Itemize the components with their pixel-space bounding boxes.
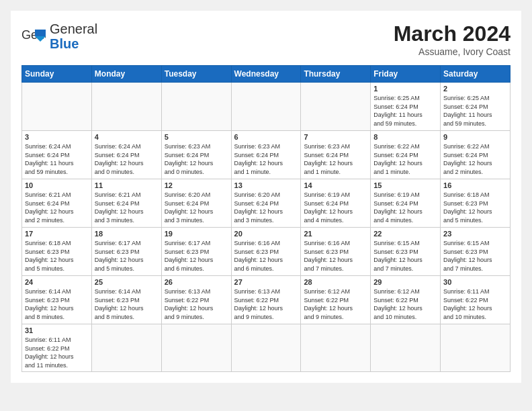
header: General General Blue March 2024 Assuame,… [21, 21, 511, 57]
col-header-sunday: Sunday [22, 66, 92, 83]
day-info: Sunrise: 6:20 AM Sunset: 6:24 PM Dayligh… [165, 191, 228, 224]
day-cell: 15Sunrise: 6:19 AM Sunset: 6:24 PM Dayli… [371, 179, 441, 228]
day-number: 5 [165, 133, 228, 141]
day-info: Sunrise: 6:11 AM Sunset: 6:22 PM Dayligh… [443, 287, 507, 321]
day-cell [301, 83, 371, 131]
day-cell: 18Sunrise: 6:17 AM Sunset: 6:23 PM Dayli… [91, 228, 161, 276]
month-year: March 2024 [394, 21, 511, 46]
day-info: Sunrise: 6:24 AM Sunset: 6:24 PM Dayligh… [95, 142, 159, 176]
day-number: 27 [234, 278, 298, 286]
day-cell: 6Sunrise: 6:23 AM Sunset: 6:24 PM Daylig… [231, 131, 301, 179]
day-cell [91, 324, 161, 372]
day-number: 3 [25, 133, 89, 141]
day-number: 17 [25, 230, 89, 238]
day-cell: 11Sunrise: 6:21 AM Sunset: 6:24 PM Dayli… [91, 179, 161, 228]
title-block: March 2024 Assuame, Ivory Coast [394, 21, 511, 57]
day-cell: 17Sunrise: 6:18 AM Sunset: 6:23 PM Dayli… [22, 228, 92, 276]
day-cell [441, 324, 511, 372]
day-info: Sunrise: 6:18 AM Sunset: 6:23 PM Dayligh… [443, 191, 507, 224]
day-info: Sunrise: 6:23 AM Sunset: 6:24 PM Dayligh… [234, 142, 298, 176]
day-info: Sunrise: 6:21 AM Sunset: 6:24 PM Dayligh… [25, 191, 89, 224]
day-cell: 29Sunrise: 6:12 AM Sunset: 6:22 PM Dayli… [371, 276, 441, 324]
day-number: 6 [234, 133, 298, 141]
day-info: Sunrise: 6:14 AM Sunset: 6:23 PM Dayligh… [25, 287, 89, 321]
day-number: 29 [373, 278, 437, 286]
day-number: 23 [443, 230, 507, 238]
day-number: 2 [443, 85, 507, 93]
day-cell: 3Sunrise: 6:24 AM Sunset: 6:24 PM Daylig… [22, 131, 92, 179]
day-number: 13 [234, 181, 298, 189]
day-number: 26 [165, 278, 228, 286]
day-cell: 31Sunrise: 6:11 AM Sunset: 6:22 PM Dayli… [22, 324, 92, 372]
header-row: SundayMondayTuesdayWednesdayThursdayFrid… [22, 66, 511, 83]
day-cell: 1Sunrise: 6:25 AM Sunset: 6:24 PM Daylig… [371, 83, 441, 131]
day-cell: 26Sunrise: 6:13 AM Sunset: 6:22 PM Dayli… [161, 276, 231, 324]
location: Assuame, Ivory Coast [394, 46, 511, 57]
day-cell [371, 324, 441, 372]
day-info: Sunrise: 6:18 AM Sunset: 6:23 PM Dayligh… [25, 239, 89, 273]
day-cell: 16Sunrise: 6:18 AM Sunset: 6:23 PM Dayli… [441, 179, 511, 228]
day-number: 16 [443, 181, 507, 189]
day-info: Sunrise: 6:12 AM Sunset: 6:22 PM Dayligh… [373, 287, 437, 321]
day-number: 1 [373, 85, 437, 93]
day-number: 20 [234, 230, 298, 238]
week-row-0: 1Sunrise: 6:25 AM Sunset: 6:24 PM Daylig… [22, 83, 511, 131]
day-info: Sunrise: 6:23 AM Sunset: 6:24 PM Dayligh… [165, 142, 228, 176]
day-number: 4 [95, 133, 159, 141]
week-row-2: 10Sunrise: 6:21 AM Sunset: 6:24 PM Dayli… [22, 179, 511, 228]
day-info: Sunrise: 6:22 AM Sunset: 6:24 PM Dayligh… [443, 142, 507, 176]
day-number: 18 [95, 230, 159, 238]
calendar: SundayMondayTuesdayWednesdayThursdayFrid… [21, 65, 511, 372]
logo-general: General [50, 21, 97, 36]
week-row-3: 17Sunrise: 6:18 AM Sunset: 6:23 PM Dayli… [22, 228, 511, 276]
day-number: 21 [304, 230, 367, 238]
day-cell: 7Sunrise: 6:23 AM Sunset: 6:24 PM Daylig… [301, 131, 371, 179]
day-number: 25 [95, 278, 159, 286]
day-number: 19 [165, 230, 228, 238]
week-row-5: 31Sunrise: 6:11 AM Sunset: 6:22 PM Dayli… [22, 324, 511, 372]
logo-blue: Blue [50, 36, 97, 51]
day-info: Sunrise: 6:17 AM Sunset: 6:23 PM Dayligh… [95, 239, 159, 273]
day-cell: 30Sunrise: 6:11 AM Sunset: 6:22 PM Dayli… [441, 276, 511, 324]
day-info: Sunrise: 6:15 AM Sunset: 6:23 PM Dayligh… [443, 239, 507, 273]
day-number: 12 [165, 181, 228, 189]
day-info: Sunrise: 6:22 AM Sunset: 6:24 PM Dayligh… [373, 142, 437, 176]
day-info: Sunrise: 6:12 AM Sunset: 6:22 PM Dayligh… [304, 287, 367, 321]
day-cell: 28Sunrise: 6:12 AM Sunset: 6:22 PM Dayli… [301, 276, 371, 324]
col-header-monday: Monday [91, 66, 161, 83]
day-cell [231, 83, 301, 131]
day-info: Sunrise: 6:15 AM Sunset: 6:23 PM Dayligh… [373, 239, 437, 273]
day-cell: 13Sunrise: 6:20 AM Sunset: 6:24 PM Dayli… [231, 179, 301, 228]
day-number: 24 [25, 278, 89, 286]
day-info: Sunrise: 6:16 AM Sunset: 6:23 PM Dayligh… [234, 239, 298, 273]
day-number: 14 [304, 181, 367, 189]
day-cell [22, 83, 92, 131]
day-cell: 2Sunrise: 6:25 AM Sunset: 6:24 PM Daylig… [441, 83, 511, 131]
day-cell [231, 324, 301, 372]
col-header-tuesday: Tuesday [161, 66, 231, 83]
day-cell: 5Sunrise: 6:23 AM Sunset: 6:24 PM Daylig… [161, 131, 231, 179]
col-header-friday: Friday [371, 66, 441, 83]
day-number: 8 [373, 133, 437, 141]
week-row-4: 24Sunrise: 6:14 AM Sunset: 6:23 PM Dayli… [22, 276, 511, 324]
day-cell [161, 324, 231, 372]
day-info: Sunrise: 6:13 AM Sunset: 6:22 PM Dayligh… [234, 287, 298, 321]
day-info: Sunrise: 6:20 AM Sunset: 6:24 PM Dayligh… [234, 191, 298, 224]
logo: General General Blue [21, 21, 97, 51]
day-cell: 21Sunrise: 6:16 AM Sunset: 6:23 PM Dayli… [301, 228, 371, 276]
day-cell: 4Sunrise: 6:24 AM Sunset: 6:24 PM Daylig… [91, 131, 161, 179]
day-cell: 10Sunrise: 6:21 AM Sunset: 6:24 PM Dayli… [22, 179, 92, 228]
day-cell: 23Sunrise: 6:15 AM Sunset: 6:23 PM Dayli… [441, 228, 511, 276]
day-info: Sunrise: 6:21 AM Sunset: 6:24 PM Dayligh… [95, 191, 159, 224]
day-number: 15 [373, 181, 437, 189]
day-info: Sunrise: 6:24 AM Sunset: 6:24 PM Dayligh… [25, 142, 89, 176]
day-info: Sunrise: 6:25 AM Sunset: 6:24 PM Dayligh… [373, 94, 437, 128]
day-number: 11 [95, 181, 159, 189]
day-info: Sunrise: 6:16 AM Sunset: 6:23 PM Dayligh… [304, 239, 367, 273]
col-header-saturday: Saturday [441, 66, 511, 83]
day-cell [91, 83, 161, 131]
day-cell: 14Sunrise: 6:19 AM Sunset: 6:24 PM Dayli… [301, 179, 371, 228]
day-cell: 8Sunrise: 6:22 AM Sunset: 6:24 PM Daylig… [371, 131, 441, 179]
day-cell: 9Sunrise: 6:22 AM Sunset: 6:24 PM Daylig… [441, 131, 511, 179]
page: General General Blue March 2024 Assuame,… [11, 11, 521, 383]
